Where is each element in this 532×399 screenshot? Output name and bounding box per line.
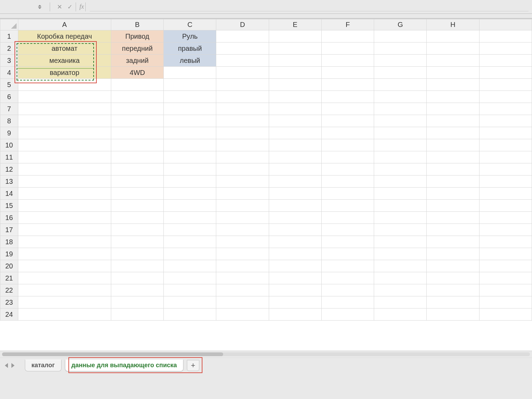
cell[interactable] — [479, 115, 532, 127]
cell[interactable] — [164, 151, 216, 163]
cell[interactable] — [269, 284, 321, 296]
cell[interactable] — [164, 224, 216, 236]
cell[interactable] — [164, 103, 216, 115]
cell[interactable] — [164, 308, 216, 321]
cell[interactable] — [374, 224, 427, 236]
cell[interactable] — [269, 200, 321, 212]
cell[interactable] — [479, 236, 532, 248]
cell[interactable] — [427, 30, 479, 42]
cell[interactable] — [164, 163, 216, 175]
col-header-G[interactable]: G — [374, 19, 427, 30]
cell[interactable] — [269, 260, 321, 272]
cell[interactable] — [269, 67, 321, 79]
cell[interactable] — [164, 212, 216, 224]
cell-A3[interactable]: механика — [18, 55, 111, 67]
row-header-9[interactable]: 9 — [0, 127, 18, 139]
cell[interactable] — [216, 212, 269, 224]
cell[interactable] — [321, 236, 374, 248]
cell[interactable] — [321, 308, 374, 321]
cell[interactable] — [216, 139, 269, 151]
cell[interactable] — [321, 139, 374, 151]
cell[interactable] — [374, 308, 427, 321]
cell[interactable] — [427, 260, 479, 272]
cell[interactable] — [216, 115, 269, 127]
cell[interactable] — [216, 30, 269, 42]
row-header-1[interactable]: 1 — [0, 30, 18, 42]
row-header-15[interactable]: 15 — [0, 200, 18, 212]
cell[interactable] — [111, 248, 163, 260]
cell[interactable] — [374, 127, 427, 139]
cell[interactable] — [427, 308, 479, 321]
cell[interactable] — [321, 30, 374, 42]
cell[interactable] — [269, 188, 321, 200]
cell[interactable] — [427, 127, 479, 139]
cell[interactable] — [479, 224, 532, 236]
cell[interactable] — [216, 296, 269, 308]
add-sheet-button[interactable]: + — [187, 360, 199, 371]
cell[interactable] — [111, 151, 163, 163]
cell[interactable] — [18, 248, 111, 260]
cell[interactable] — [321, 200, 374, 212]
cell[interactable] — [479, 67, 532, 79]
cell[interactable] — [269, 272, 321, 284]
formula-input[interactable] — [90, 2, 529, 11]
cell[interactable] — [269, 151, 321, 163]
cell[interactable] — [111, 236, 163, 248]
cell[interactable] — [374, 55, 427, 67]
cell[interactable] — [216, 151, 269, 163]
cell[interactable] — [111, 175, 163, 188]
cell[interactable] — [269, 30, 321, 42]
cell[interactable] — [111, 127, 163, 139]
cell[interactable] — [18, 103, 111, 115]
cell[interactable] — [111, 260, 163, 272]
cell[interactable] — [111, 139, 163, 151]
cell[interactable] — [427, 151, 479, 163]
cell[interactable] — [216, 79, 269, 91]
cell[interactable] — [111, 212, 163, 224]
cell[interactable] — [427, 79, 479, 91]
cell[interactable] — [111, 188, 163, 200]
cell[interactable] — [374, 151, 427, 163]
cell-A2[interactable]: автомат — [18, 42, 111, 55]
cell[interactable] — [427, 91, 479, 103]
cell[interactable] — [164, 139, 216, 151]
cell[interactable] — [164, 127, 216, 139]
row-header-19[interactable]: 19 — [0, 248, 18, 260]
col-header-D[interactable]: D — [216, 19, 269, 30]
cell[interactable] — [374, 67, 427, 79]
cell-A1[interactable]: Коробка передач — [18, 30, 111, 42]
row-header-6[interactable]: 6 — [0, 91, 18, 103]
cell[interactable] — [269, 224, 321, 236]
cell[interactable] — [321, 224, 374, 236]
cell[interactable] — [18, 200, 111, 212]
cell[interactable] — [479, 200, 532, 212]
cell[interactable] — [374, 30, 427, 42]
cell[interactable] — [164, 236, 216, 248]
cell[interactable] — [321, 260, 374, 272]
cell[interactable] — [269, 175, 321, 188]
cell[interactable] — [216, 175, 269, 188]
cell[interactable] — [427, 188, 479, 200]
cell[interactable] — [427, 212, 479, 224]
cell[interactable] — [479, 296, 532, 308]
cancel-button[interactable]: ✕ — [55, 2, 64, 11]
cell[interactable] — [111, 224, 163, 236]
cell[interactable] — [18, 236, 111, 248]
row-header-22[interactable]: 22 — [0, 284, 18, 296]
cell[interactable] — [427, 175, 479, 188]
sheet-tab-catalog[interactable]: каталог — [25, 360, 61, 371]
cell[interactable] — [18, 272, 111, 284]
row-header-24[interactable]: 24 — [0, 308, 18, 321]
cell[interactable] — [479, 139, 532, 151]
row-header-3[interactable]: 3 — [0, 55, 18, 67]
row-header-20[interactable]: 20 — [0, 260, 18, 272]
cell[interactable] — [18, 308, 111, 321]
cell[interactable] — [216, 272, 269, 284]
cell-B3[interactable]: задний — [111, 55, 163, 67]
cell[interactable] — [427, 115, 479, 127]
cell[interactable] — [164, 115, 216, 127]
cell[interactable] — [216, 236, 269, 248]
row-header-5[interactable]: 5 — [0, 79, 18, 91]
cell[interactable] — [111, 91, 163, 103]
row-header-16[interactable]: 16 — [0, 212, 18, 224]
